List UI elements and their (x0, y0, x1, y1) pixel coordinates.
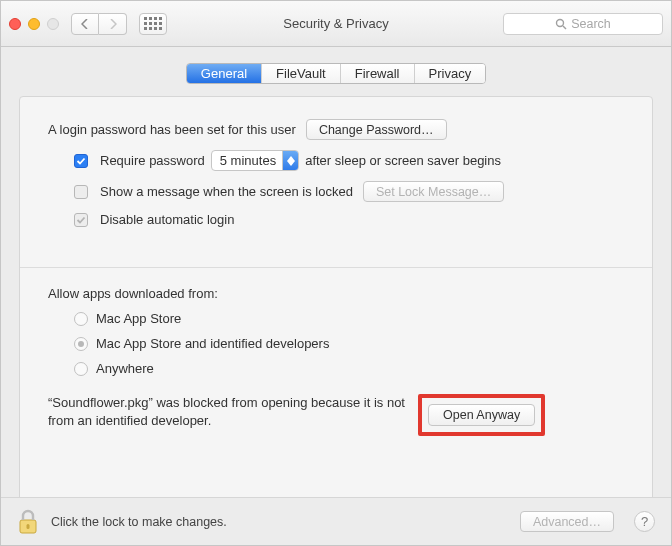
radio-app-store-label: Mac App Store (96, 311, 181, 326)
blocked-app-message: “Soundflower.pkg” was blocked from openi… (48, 394, 408, 429)
check-icon (76, 215, 86, 225)
search-placeholder: Search (571, 17, 611, 31)
require-password-delay-select[interactable]: 5 minutes (211, 150, 299, 171)
open-anyway-button[interactable]: Open Anyway (428, 404, 535, 426)
close-window-button[interactable] (9, 18, 21, 30)
svg-point-0 (557, 19, 564, 26)
svg-rect-3 (27, 524, 30, 529)
general-panel: A login password has been set for this u… (19, 96, 653, 497)
select-value: 5 minutes (220, 153, 276, 168)
tab-general[interactable]: General (187, 64, 262, 83)
grid-icon (144, 17, 162, 30)
check-icon (76, 156, 86, 166)
system-preferences-window: Security & Privacy Search General FileVa… (0, 0, 672, 546)
require-password-label: Require password (100, 153, 205, 168)
lock-help-text: Click the lock to make changes. (51, 515, 227, 529)
divider (20, 267, 652, 268)
forward-button[interactable] (99, 13, 127, 35)
tab-firewall[interactable]: Firewall (341, 64, 415, 83)
titlebar: Security & Privacy Search (1, 1, 671, 47)
tab-bar: General FileVault Firewall Privacy (19, 63, 653, 84)
lock-icon[interactable] (17, 509, 39, 535)
disable-auto-login-checkbox (74, 213, 88, 227)
radio-anywhere-label: Anywhere (96, 361, 154, 376)
set-lock-message-button: Set Lock Message… (363, 181, 504, 202)
stepper-icon (282, 150, 298, 171)
radio-identified-developers (74, 337, 88, 351)
zoom-window-button (47, 18, 59, 30)
show-message-checkbox (74, 185, 88, 199)
disable-auto-login-label: Disable automatic login (100, 212, 234, 227)
show-message-label: Show a message when the screen is locked (100, 184, 353, 199)
tab-filevault[interactable]: FileVault (262, 64, 341, 83)
advanced-button[interactable]: Advanced… (520, 511, 614, 532)
search-input[interactable]: Search (503, 13, 663, 35)
radio-app-store (74, 312, 88, 326)
content-area: General FileVault Firewall Privacy A log… (1, 47, 671, 497)
radio-anywhere (74, 362, 88, 376)
svg-line-1 (563, 26, 566, 29)
nav-buttons (71, 13, 127, 35)
show-all-button[interactable] (139, 13, 167, 35)
back-button[interactable] (71, 13, 99, 35)
search-icon (555, 18, 567, 30)
open-anyway-highlight: Open Anyway (418, 394, 545, 436)
tab-privacy[interactable]: Privacy (415, 64, 486, 83)
require-password-checkbox[interactable] (74, 154, 88, 168)
footer: Click the lock to make changes. Advanced… (1, 497, 671, 545)
segmented-control: General FileVault Firewall Privacy (186, 63, 486, 84)
help-button[interactable]: ? (634, 511, 655, 532)
allow-apps-heading: Allow apps downloaded from: (48, 286, 218, 301)
minimize-window-button[interactable] (28, 18, 40, 30)
after-sleep-text: after sleep or screen saver begins (305, 153, 501, 168)
change-password-button[interactable]: Change Password… (306, 119, 447, 140)
radio-identified-label: Mac App Store and identified developers (96, 336, 329, 351)
traffic-lights (9, 18, 59, 30)
password-set-text: A login password has been set for this u… (48, 122, 296, 137)
